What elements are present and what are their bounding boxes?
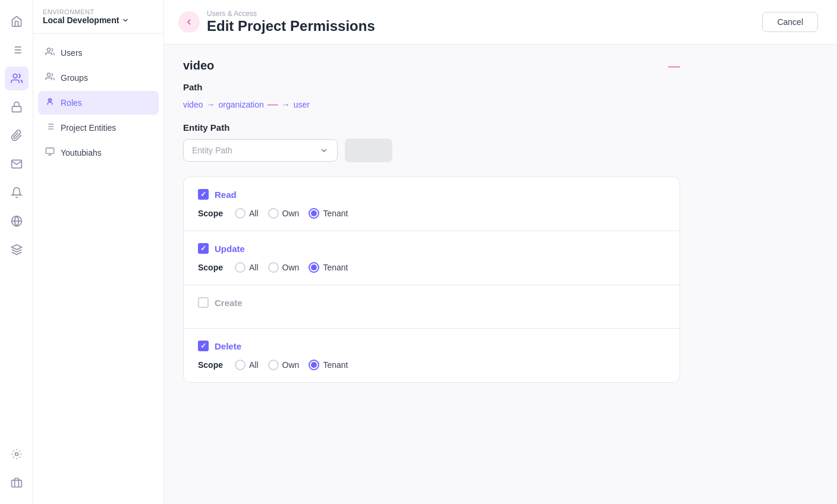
update-label: Update <box>215 244 245 254</box>
update-tenant-label: Tenant <box>323 263 348 272</box>
update-checkbox[interactable]: ✓ <box>198 243 209 254</box>
read-radio-tenant[interactable]: Tenant <box>309 208 348 219</box>
page-title: Edit Project Permissions <box>207 18 375 34</box>
groups-icon <box>45 72 55 84</box>
update-radio-own[interactable]: Own <box>268 262 300 273</box>
delete-own-circle <box>268 360 279 370</box>
update-tenant-inner <box>311 264 317 270</box>
delete-radio-tenant[interactable]: Tenant <box>309 360 348 370</box>
users-icon <box>45 47 55 59</box>
read-radio-own[interactable]: Own <box>268 208 300 219</box>
nav-icon-billing[interactable] <box>5 471 29 494</box>
read-tenant-circle <box>309 208 319 219</box>
left-nav: Environment Local Development Users Grou… <box>33 0 164 504</box>
nav-icon-list[interactable] <box>5 38 29 62</box>
delete-scope-label: Scope <box>198 360 223 370</box>
read-label: Read <box>215 190 237 200</box>
permission-card-read: ✓ Read Scope All Own <box>184 177 679 231</box>
create-checkbox[interactable] <box>198 297 209 308</box>
main-content: Users & Access Edit Project Permissions … <box>164 0 837 504</box>
entity-path-action-button[interactable] <box>345 138 392 162</box>
project-entities-icon <box>45 122 55 134</box>
nav-item-roles-label: Roles <box>61 98 82 108</box>
delete-checkbox[interactable]: ✓ <box>198 341 209 351</box>
read-radio-all[interactable]: All <box>235 208 259 219</box>
nav-item-roles[interactable]: Roles <box>38 91 159 115</box>
svg-rect-7 <box>12 106 21 112</box>
nav-item-users-label: Users <box>61 48 83 58</box>
update-check-icon: ✓ <box>200 244 206 253</box>
svg-rect-11 <box>11 480 21 487</box>
path-label: Path <box>183 82 680 92</box>
update-radio-all[interactable]: All <box>235 262 259 273</box>
read-scope-label: Scope <box>198 209 223 218</box>
update-own-circle <box>268 262 279 273</box>
nav-icon-users[interactable] <box>5 67 29 90</box>
nav-icon-translations[interactable] <box>5 209 29 233</box>
nav-item-users[interactable]: Users <box>38 41 159 65</box>
read-checkbox[interactable]: ✓ <box>198 189 209 200</box>
dropdown-chevron-icon <box>319 146 329 155</box>
collapse-button[interactable]: — <box>668 60 680 72</box>
cancel-button[interactable]: Cancel <box>762 12 818 32</box>
nav-icon-security[interactable] <box>5 95 29 119</box>
roles-icon <box>45 97 55 109</box>
nav-menu: Users Groups Roles Project Entities Yout… <box>33 34 163 172</box>
nav-icon-home[interactable] <box>5 10 29 33</box>
path-node-video[interactable]: video <box>183 100 203 109</box>
read-radio-group: All Own Tenant <box>235 208 348 219</box>
youtubiahs-icon <box>45 147 55 159</box>
read-own-circle <box>268 208 279 219</box>
delete-all-label: All <box>249 360 259 370</box>
nav-icon-notifications[interactable] <box>5 181 29 204</box>
nav-icon-mail[interactable] <box>5 152 29 176</box>
svg-rect-22 <box>46 148 54 153</box>
check-icon: ✓ <box>200 190 206 199</box>
path-node-user[interactable]: user <box>294 100 310 109</box>
nav-item-project-entities-label: Project Entities <box>61 123 116 133</box>
path-section: Path video → organization — → user <box>183 82 680 111</box>
delete-tenant-inner <box>311 362 317 368</box>
nav-icon-integrations[interactable] <box>5 238 29 262</box>
update-radio-group: All Own Tenant <box>235 262 348 273</box>
svg-point-10 <box>15 453 18 456</box>
entity-path-placeholder: Entity Path <box>192 146 232 155</box>
read-tenant-label: Tenant <box>323 209 348 218</box>
update-radio-tenant[interactable]: Tenant <box>309 262 348 273</box>
delete-all-circle <box>235 360 246 370</box>
delete-radio-all[interactable]: All <box>235 360 259 370</box>
back-button[interactable] <box>178 11 200 33</box>
update-scope-row: Scope All Own <box>198 262 665 273</box>
env-name: Local Development <box>43 15 130 25</box>
entity-path-select[interactable]: Entity Path <box>183 139 338 162</box>
chevron-down-icon <box>121 16 130 24</box>
create-label: Create <box>215 298 243 308</box>
delete-label: Delete <box>215 341 241 351</box>
title-block: Users & Access Edit Project Permissions <box>207 10 375 34</box>
permission-cards: ✓ Read Scope All Own <box>183 177 680 383</box>
path-node-organization[interactable]: organization <box>218 100 263 109</box>
path-arrow-1: → <box>206 100 215 109</box>
breadcrumb: Users & Access <box>207 10 375 18</box>
nav-item-youtubiahs[interactable]: Youtubiahs <box>38 141 159 165</box>
delete-own-label: Own <box>282 360 300 370</box>
permission-read-header: ✓ Read <box>198 189 665 200</box>
delete-radio-own[interactable]: Own <box>268 360 300 370</box>
permission-delete-header: ✓ Delete <box>198 341 665 351</box>
nav-icon-settings[interactable] <box>5 442 29 466</box>
env-label: Environment <box>43 8 130 15</box>
entity-path-section: Entity Path Entity Path <box>183 122 680 162</box>
permission-update-header: ✓ Update <box>198 243 665 254</box>
update-tenant-circle <box>309 262 319 273</box>
svg-point-6 <box>13 74 17 78</box>
env-selector[interactable]: Environment Local Development <box>33 0 163 34</box>
svg-point-12 <box>47 48 50 51</box>
nav-icon-attachments[interactable] <box>5 124 29 147</box>
path-arrow-2: → <box>282 100 290 109</box>
entity-path-row: Entity Path <box>183 138 680 162</box>
read-scope-row: Scope All Own <box>198 208 665 219</box>
nav-item-groups[interactable]: Groups <box>38 66 159 90</box>
read-all-label: All <box>249 209 259 218</box>
path-dash: — <box>268 98 278 111</box>
nav-item-project-entities[interactable]: Project Entities <box>38 116 159 140</box>
